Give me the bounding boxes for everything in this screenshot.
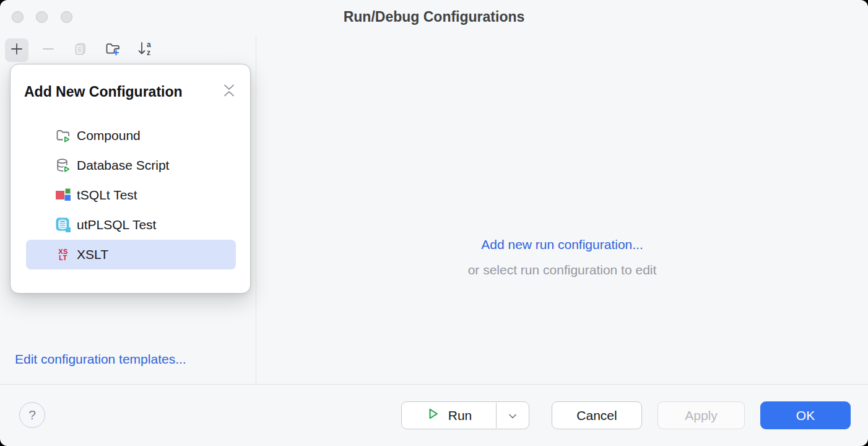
list-item-tsqlt-test[interactable]: tSQLt Test [26, 180, 236, 210]
run-debug-configurations-dialog: Run/Debug Configurations [0, 0, 868, 446]
tsqlt-icon [55, 187, 71, 203]
sort-configurations-button[interactable]: a z [134, 38, 157, 62]
list-item-label: tSQLt Test [77, 188, 137, 203]
run-options-dropdown[interactable] [497, 402, 529, 429]
list-item-label: Compound [77, 128, 141, 143]
question-mark-icon: ? [28, 408, 36, 422]
list-item-database-script[interactable]: Database Script [26, 151, 236, 180]
empty-state-subtitle: or select run configuration to edit [256, 263, 868, 278]
sort-alphabetically-icon: a z [136, 40, 155, 60]
svg-text:z: z [147, 48, 150, 57]
footer-buttons: Run Cancel Apply OK [401, 401, 851, 429]
configuration-type-list: Compound Database Script [26, 121, 236, 269]
plus-icon [9, 42, 24, 59]
list-item-label: utPLSQL Test [77, 217, 156, 232]
add-new-configuration-popup: Add New Configuration Compound [10, 64, 251, 294]
list-item-compound[interactable]: Compound [26, 121, 236, 151]
edit-configuration-templates-link[interactable]: Edit configuration templates... [15, 352, 186, 367]
apply-button[interactable]: Apply [658, 401, 745, 429]
empty-state: Add new run configuration... or select r… [256, 237, 868, 278]
new-folder-button[interactable] [101, 38, 124, 62]
footer-divider [0, 384, 868, 385]
panel-divider [256, 35, 256, 384]
dialog-title: Run/Debug Configurations [0, 9, 868, 25]
remove-configuration-button[interactable] [37, 38, 60, 62]
help-button[interactable]: ? [19, 402, 45, 428]
minus-icon [41, 42, 56, 59]
cancel-button[interactable]: Cancel [552, 401, 642, 429]
run-split-button: Run [401, 401, 529, 429]
popup-title: Add New Configuration [24, 84, 183, 100]
xslt-icon: XSLT [55, 247, 71, 263]
new-folder-icon [105, 41, 121, 59]
list-item-xslt[interactable]: XSLT XSLT [26, 240, 236, 269]
add-configuration-button[interactable] [5, 38, 28, 62]
collapse-popup-button[interactable] [222, 84, 237, 100]
compound-icon [55, 128, 71, 144]
list-item-label: XSLT [77, 247, 108, 262]
run-button-label: Run [448, 408, 472, 423]
run-play-icon [426, 406, 441, 424]
chevron-down-icon [507, 408, 518, 423]
ok-button[interactable]: OK [760, 401, 851, 429]
collapse-icon [222, 82, 236, 101]
copy-configuration-button[interactable] [69, 38, 92, 62]
utplsql-icon [55, 217, 71, 233]
run-button[interactable]: Run [402, 402, 496, 429]
list-item-utplsql-test[interactable]: utPLSQL Test [26, 210, 236, 240]
database-script-icon [55, 157, 71, 173]
list-item-label: Database Script [77, 158, 169, 173]
svg-text:a: a [147, 40, 151, 49]
title-bar: Run/Debug Configurations [0, 0, 868, 35]
add-new-run-configuration-link[interactable]: Add new run configuration... [481, 237, 643, 251]
copy-icon [73, 42, 88, 59]
